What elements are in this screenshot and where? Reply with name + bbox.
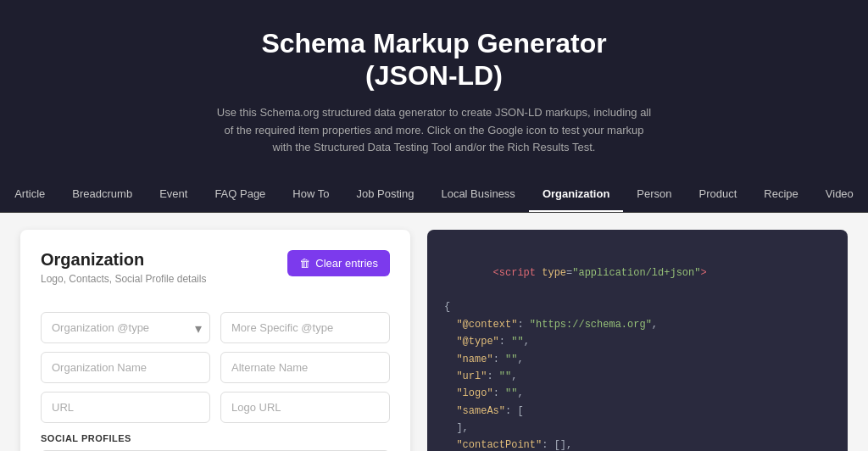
code-line-7: "logo": "", [444,385,831,402]
org-type-select[interactable]: Organization @type [41,312,210,343]
org-type-field: Organization @type [41,312,210,343]
code-line-4: "@type": "", [444,333,831,350]
code-line-3: "@context": "https://schema.org", [444,316,831,333]
code-line-1: <script type="application/ld+json"> [444,247,831,298]
more-specific-input[interactable] [220,312,390,343]
social-profiles-label: SOCIAL PROFILES [41,433,390,443]
trash-icon: 🗑 [299,257,310,270]
nav-local-business[interactable]: Local Business [427,177,528,212]
org-name-field [41,352,210,383]
alternate-name-field [220,352,390,383]
code-line-8: "sameAs": [ [444,403,831,420]
more-specific-field [220,312,390,343]
nav-how-to[interactable]: How To [279,177,342,212]
nav-breadcrumb[interactable]: Breadcrumb [58,177,146,212]
code-line-6: "url": "", [444,368,831,385]
logo-url-field [220,392,390,423]
clear-entries-button[interactable]: 🗑 Clear entries [287,250,390,276]
code-panel: <script type="application/ld+json"> { "@… [427,230,848,451]
org-name-input[interactable] [41,352,210,383]
code-line-12: "contactPoint": [], [444,437,831,451]
nav-job-posting[interactable]: Job Posting [342,177,427,212]
code-output: <script type="application/ld+json"> { "@… [444,247,831,451]
nav-recipe[interactable]: Recipe [750,177,811,212]
code-line-5: "name": "", [444,351,831,368]
type-row: Organization @type [41,312,390,343]
nav-video[interactable]: Video [812,177,867,212]
name-row [41,352,390,383]
code-line-10: ], [444,420,831,437]
main-content: Organization Logo, Contacts, Social Prof… [0,213,868,451]
alternate-name-input[interactable] [220,352,390,383]
form-subtitle: Logo, Contacts, Social Profile details [41,273,206,285]
nav-faq-page[interactable]: FAQ Page [201,177,279,212]
nav-event[interactable]: Event [146,177,201,212]
hero-section: Schema Markup Generator (JSON-LD) Use th… [0,0,868,177]
logo-url-input[interactable] [220,392,390,423]
nav-article[interactable]: Article [1,177,58,212]
nav-organization[interactable]: Organization [529,177,623,212]
code-line-2: { [444,298,831,315]
nav-person[interactable]: Person [623,177,685,212]
hero-description: Use this Schema.org structured data gene… [214,104,654,157]
url-input[interactable] [41,392,210,423]
main-navigation: Article Breadcrumb Event FAQ Page How To… [0,177,868,213]
form-title: Organization [41,250,206,270]
nav-product[interactable]: Product [686,177,751,212]
form-panel: Organization Logo, Contacts, Social Prof… [20,230,410,451]
page-title: Schema Markup Generator (JSON-LD) [17,27,851,92]
url-row [41,392,390,423]
url-field [41,392,210,423]
